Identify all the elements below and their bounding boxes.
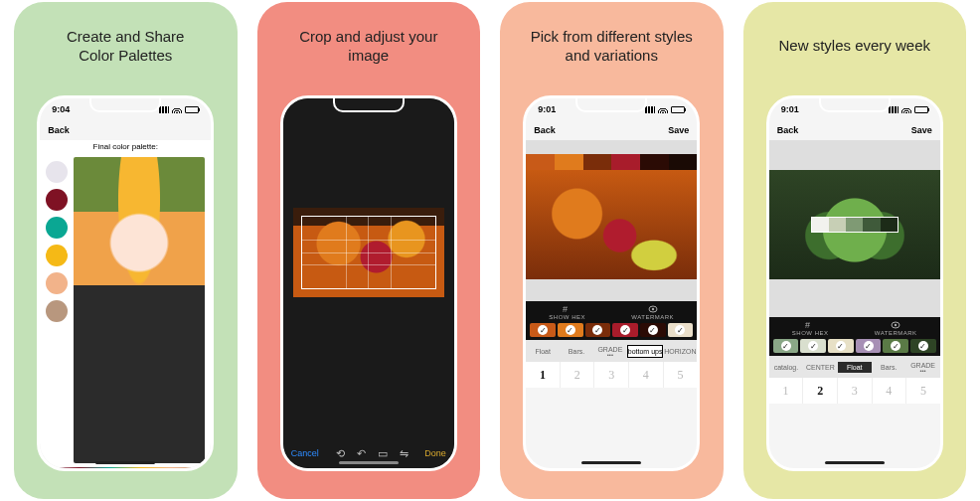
back-button[interactable]: Back: [534, 125, 556, 135]
home-indicator: [581, 461, 641, 464]
back-button[interactable]: Back: [777, 125, 799, 135]
back-button[interactable]: Back: [48, 125, 70, 135]
variation-option[interactable]: 3: [593, 362, 628, 388]
phone-frame: 9:01 Back Save: [766, 95, 943, 471]
swatch[interactable]: [526, 154, 555, 170]
palette-swatch[interactable]: [46, 217, 68, 239]
swatch[interactable]: [530, 323, 556, 337]
crop-stage[interactable]: Cancel ⟲ ↶ ▭ ⇋ Done: [283, 98, 454, 468]
variation-option[interactable]: 1: [769, 378, 803, 404]
controls-panel: # SHOW HEX WATERMARK: [526, 301, 697, 340]
variation-option[interactable]: 5: [905, 378, 940, 404]
palette-swatch[interactable]: [46, 245, 68, 266]
caption: Create and Share Color Palettes: [57, 2, 194, 89]
swatch[interactable]: [856, 339, 882, 353]
watermark-toggle[interactable]: WATERMARK: [875, 321, 917, 336]
variation-option[interactable]: 2: [560, 362, 594, 388]
crop-frame[interactable]: [301, 216, 436, 289]
card-create-share: Create and Share Color Palettes 9:04 Bac…: [14, 2, 238, 499]
card-crop: Crop and adjust your image Cancel ⟲: [257, 2, 481, 499]
signal-icon: [645, 106, 655, 113]
wifi-icon: [901, 105, 911, 113]
style-option[interactable]: catalog.: [769, 362, 803, 373]
swatch[interactable]: [583, 154, 612, 170]
swatch[interactable]: [668, 323, 694, 337]
cancel-button[interactable]: Cancel: [291, 448, 319, 458]
home-indicator: [95, 461, 155, 464]
color-check-row[interactable]: [769, 336, 940, 356]
caption: Pick from different styles and variation…: [521, 2, 703, 89]
eye-icon: [648, 305, 658, 313]
phone-frame: Cancel ⟲ ↶ ▭ ⇋ Done: [280, 95, 457, 471]
style-option[interactable]: GRADE: [905, 360, 939, 375]
style-option[interactable]: Float: [526, 346, 560, 357]
style-option[interactable]: CENTER: [803, 362, 837, 373]
swatch[interactable]: [640, 323, 666, 337]
variation-option[interactable]: 2: [802, 378, 837, 404]
swatch[interactable]: [883, 339, 908, 353]
watermark-toggle[interactable]: WATERMARK: [631, 305, 674, 320]
swatch[interactable]: [828, 339, 854, 353]
palette-swatch[interactable]: [46, 161, 68, 183]
style-option[interactable]: Float: [838, 362, 872, 373]
style-selector[interactable]: FloatBars.GRADEbottom upsHORIZON: [526, 340, 697, 362]
svg-point-2: [651, 308, 653, 310]
variation-option[interactable]: 4: [872, 378, 906, 404]
floating-palette: [812, 218, 898, 232]
controls-panel: # SHOW HEX WATERMARK: [769, 317, 940, 356]
swatch[interactable]: [881, 218, 898, 232]
done-button[interactable]: Done: [424, 448, 446, 458]
wifi-icon: [658, 105, 668, 113]
style-option[interactable]: HORIZON: [663, 346, 697, 357]
caption: New styles every week: [768, 2, 940, 89]
variation-selector[interactable]: 12345: [526, 362, 697, 388]
style-option[interactable]: bottom ups: [627, 345, 664, 358]
swatch[interactable]: [669, 154, 698, 170]
palette-swatch[interactable]: [46, 189, 68, 211]
palette-swatch[interactable]: [46, 272, 68, 294]
swatch[interactable]: [910, 339, 936, 353]
nav-bar: Back: [40, 120, 211, 140]
notch: [89, 98, 161, 112]
color-check-row[interactable]: [526, 320, 697, 340]
show-hex-toggle[interactable]: # SHOW HEX: [792, 321, 829, 336]
swatch[interactable]: [800, 339, 826, 353]
style-option[interactable]: Bars.: [560, 346, 593, 357]
save-button[interactable]: Save: [668, 125, 689, 135]
nav-bar: Back Save: [526, 120, 697, 140]
style-selector[interactable]: catalog.CENTERFloatBars.GRADE: [769, 356, 940, 378]
swatch[interactable]: [612, 323, 638, 337]
swatch[interactable]: [829, 218, 846, 232]
nav-bar: Back Save: [769, 120, 940, 140]
swatch[interactable]: [773, 339, 799, 353]
swatch[interactable]: [585, 323, 611, 337]
undo-icon[interactable]: ↶: [357, 447, 366, 460]
style-option[interactable]: GRADE: [593, 344, 627, 359]
swatch[interactable]: [846, 218, 863, 232]
swatch[interactable]: [558, 323, 583, 337]
variation-option[interactable]: 3: [837, 378, 872, 404]
source-photo: [74, 157, 205, 463]
aspect-icon[interactable]: ▭: [378, 447, 388, 460]
flip-icon[interactable]: ⇋: [400, 447, 408, 460]
status-time: 9:04: [52, 104, 70, 114]
swatch[interactable]: [640, 154, 669, 170]
palette-strip: [48, 467, 203, 468]
variation-option[interactable]: 4: [628, 362, 663, 388]
style-option[interactable]: Bars.: [872, 362, 905, 373]
battery-icon: [671, 106, 685, 113]
palette-swatch[interactable]: [46, 300, 68, 322]
variation-option[interactable]: 5: [663, 362, 698, 388]
variation-selector[interactable]: 12345: [769, 378, 940, 404]
swatch[interactable]: [611, 154, 640, 170]
app-store-screenshot-row: Create and Share Color Palettes 9:04 Bac…: [0, 0, 980, 501]
variation-option[interactable]: 1: [526, 362, 560, 388]
rotate-ccw-icon[interactable]: ⟲: [336, 447, 345, 460]
wifi-icon: [172, 105, 182, 113]
phone-frame: 9:01 Back Save: [523, 95, 700, 471]
swatch[interactable]: [555, 154, 583, 170]
swatch[interactable]: [812, 218, 829, 232]
swatch[interactable]: [863, 218, 880, 232]
show-hex-toggle[interactable]: # SHOW HEX: [549, 305, 585, 320]
save-button[interactable]: Save: [911, 125, 932, 135]
